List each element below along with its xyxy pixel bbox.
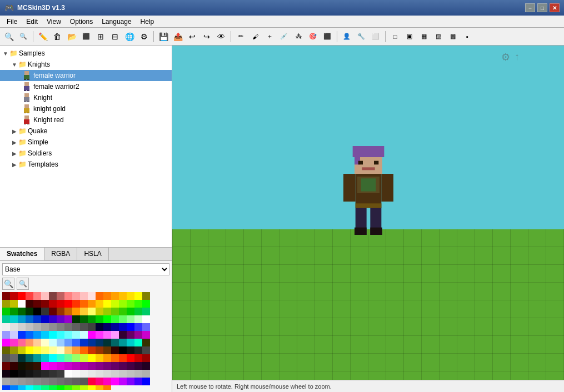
color-swatch[interactable] — [26, 370, 33, 378]
color-swatch[interactable] — [127, 378, 134, 385]
color-swatch[interactable] — [134, 331, 142, 339]
color-swatch[interactable] — [49, 362, 57, 370]
zoom-in-button[interactable]: 🔍 — [2, 30, 16, 43]
expand-soldiers[interactable]: ▶ — [11, 150, 18, 157]
undo-button[interactable]: ↩ — [186, 30, 199, 43]
color-swatch[interactable] — [18, 370, 26, 378]
color-swatch[interactable] — [80, 300, 88, 308]
color-swatch[interactable] — [127, 362, 134, 370]
eraser-button[interactable]: 🗑 — [51, 30, 64, 43]
canvas-area[interactable]: ⚙ ↑ — [172, 46, 564, 380]
color-swatch[interactable] — [88, 362, 96, 370]
color-swatch[interactable] — [57, 378, 64, 385]
color-swatch[interactable] — [119, 300, 127, 308]
tree-templates[interactable]: ▶ 📁 Templates — [0, 159, 172, 170]
swatch-zoom-out[interactable]: 🔍 — [2, 278, 14, 290]
tree-simple[interactable]: ▶ 📁 Simple — [0, 137, 172, 148]
color-swatch[interactable] — [33, 292, 41, 300]
color-swatch[interactable] — [2, 323, 10, 331]
swatch-zoom-in[interactable]: 🔍 — [17, 278, 29, 290]
color-swatch[interactable] — [80, 385, 88, 390]
color-swatch[interactable] — [111, 323, 119, 331]
view-mode-3[interactable]: ⬜ — [369, 30, 382, 43]
color-swatch[interactable] — [134, 370, 142, 378]
menu-view[interactable]: View — [42, 17, 66, 27]
color-swatch[interactable] — [142, 370, 150, 378]
color-swatch[interactable] — [96, 315, 103, 323]
color-swatch[interactable] — [119, 292, 127, 300]
color-swatch[interactable] — [72, 346, 80, 354]
color-swatch[interactable] — [49, 323, 57, 331]
noise-tool[interactable]: ⁂ — [292, 30, 305, 43]
color-swatch[interactable] — [127, 292, 134, 300]
menu-help[interactable]: Help — [136, 17, 159, 27]
color-swatch[interactable] — [119, 339, 127, 346]
color-swatch[interactable] — [134, 323, 142, 331]
color-swatch[interactable] — [142, 331, 150, 339]
color-swatch[interactable] — [142, 346, 150, 354]
color-swatch[interactable] — [111, 370, 119, 378]
color-swatch[interactable] — [127, 323, 134, 331]
color-swatch[interactable] — [88, 385, 96, 390]
color-swatch[interactable] — [33, 308, 41, 315]
expand-samples[interactable]: ▼ — [2, 51, 9, 57]
color-swatch[interactable] — [88, 308, 96, 315]
render-6[interactable]: ▪ — [461, 30, 474, 43]
color-swatch[interactable] — [57, 385, 64, 390]
color-swatch[interactable] — [96, 346, 103, 354]
view-mode-1[interactable]: 👤 — [340, 30, 353, 43]
color-swatch[interactable] — [26, 378, 33, 385]
color-swatch[interactable] — [72, 370, 80, 378]
color-swatch[interactable] — [111, 339, 119, 346]
save-button[interactable]: 💾 — [157, 30, 170, 43]
color-swatch[interactable] — [26, 300, 33, 308]
color-swatch[interactable] — [2, 370, 10, 378]
color-swatch[interactable] — [96, 308, 103, 315]
color-swatch[interactable] — [88, 292, 96, 300]
color-swatch[interactable] — [2, 308, 10, 315]
eye-button[interactable]: 👁 — [214, 30, 228, 43]
color-swatch[interactable] — [49, 331, 57, 339]
menu-file[interactable]: File — [2, 17, 22, 27]
color-swatch[interactable] — [111, 346, 119, 354]
picker-tool[interactable]: 💉 — [277, 30, 291, 43]
color-swatch[interactable] — [2, 315, 10, 323]
color-swatch[interactable] — [10, 339, 18, 346]
color-swatch[interactable] — [41, 315, 49, 323]
color-swatch[interactable] — [49, 346, 57, 354]
color-swatch[interactable] — [26, 292, 33, 300]
zoom-out-button[interactable]: 🔍 — [17, 30, 30, 43]
color-swatch[interactable] — [103, 354, 111, 362]
palette-select[interactable]: Base — [2, 263, 169, 275]
expand-templates[interactable]: ▶ — [11, 162, 18, 168]
color-swatch[interactable] — [142, 362, 150, 370]
color-swatch[interactable] — [142, 292, 150, 300]
color-swatch[interactable] — [119, 370, 127, 378]
color-swatch[interactable] — [80, 315, 88, 323]
color-swatch[interactable] — [103, 339, 111, 346]
color-swatch[interactable] — [103, 315, 111, 323]
color-swatch[interactable] — [33, 354, 41, 362]
color-swatch[interactable] — [111, 308, 119, 315]
color-swatch[interactable] — [119, 323, 127, 331]
color-swatch[interactable] — [96, 378, 103, 385]
color-swatch[interactable] — [10, 385, 18, 390]
color-swatch[interactable] — [41, 339, 49, 346]
color-swatch[interactable] — [119, 378, 127, 385]
tree-item-female-warrior[interactable]: female warrior — [0, 70, 172, 81]
color-swatch[interactable] — [127, 331, 134, 339]
color-swatch[interactable] — [127, 346, 134, 354]
color-swatch[interactable] — [57, 308, 64, 315]
color-swatch[interactable] — [119, 308, 127, 315]
color-swatch[interactable] — [127, 300, 134, 308]
color-swatch[interactable] — [80, 378, 88, 385]
render-4[interactable]: ▨ — [432, 30, 445, 43]
color-swatch[interactable] — [103, 346, 111, 354]
color-swatch[interactable] — [2, 354, 10, 362]
color-swatch[interactable] — [103, 292, 111, 300]
color-swatch[interactable] — [18, 378, 26, 385]
color-swatch[interactable] — [88, 323, 96, 331]
color-swatch[interactable] — [49, 308, 57, 315]
color-swatch[interactable] — [10, 315, 18, 323]
color-swatch[interactable] — [134, 346, 142, 354]
